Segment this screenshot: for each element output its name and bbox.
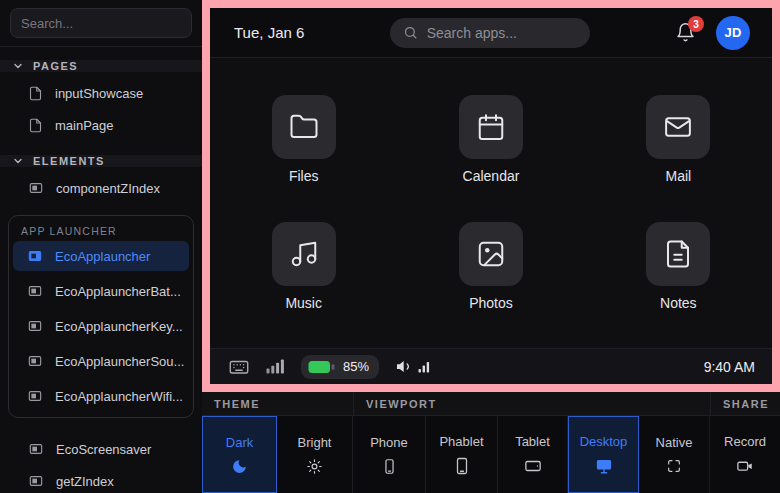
component-icon <box>28 180 44 196</box>
sidebar-item-label: getZIndex <box>56 474 114 489</box>
desktop-icon <box>595 457 613 475</box>
preview-stage: Tue, Jan 6 Search apps... 3 JD <box>202 0 780 392</box>
theme-bright-button[interactable]: Bright <box>277 416 353 493</box>
sidebar-item-label: inputShowcase <box>55 86 143 101</box>
sidebar-item-ecoapplaunchersou[interactable]: EcoApplauncherSou... <box>13 346 189 376</box>
sidebar-search-wrap <box>0 0 202 47</box>
viewport-phablet-button[interactable]: Phablet <box>426 416 498 493</box>
phablet-icon <box>453 457 471 475</box>
elements-items: componentZIndex <box>0 167 202 205</box>
toolbar-headers: THEME VIEWPORT SHARE <box>202 392 780 416</box>
component-icon <box>27 248 43 264</box>
topbar-right-cluster: 3 JD <box>675 16 750 50</box>
notification-badge: 3 <box>688 16 704 32</box>
share-record-button[interactable]: Record <box>710 416 780 493</box>
app-mail[interactable]: Mail <box>646 95 710 184</box>
component-icon <box>28 441 44 457</box>
folder-icon <box>289 112 319 142</box>
component-icon <box>28 473 44 489</box>
app-tile <box>272 95 336 159</box>
theme-dark-button[interactable]: Dark <box>202 416 277 493</box>
app-calendar[interactable]: Calendar <box>459 95 523 184</box>
page-icon <box>28 118 43 133</box>
viewport-desktop-button[interactable]: Desktop <box>568 416 639 493</box>
app-music[interactable]: Music <box>272 222 336 311</box>
launcher-statusbar: 85% 9:40 AM <box>210 348 772 384</box>
sidebar-item-ecoapplauncherkey[interactable]: EcoApplauncherKey... <box>13 311 189 341</box>
sidebar-item-ecoapplauncherwifi[interactable]: EcoApplauncherWifi... <box>13 381 189 411</box>
sidebar-search-input[interactable] <box>10 8 192 38</box>
chevron-down-icon <box>12 155 24 167</box>
sidebar-item-getzindex[interactable]: getZIndex <box>0 466 202 493</box>
app-files[interactable]: Files <box>272 95 336 184</box>
app-photos[interactable]: Photos <box>459 222 523 311</box>
sidebar-item-componentzindex[interactable]: componentZIndex <box>0 173 202 203</box>
launcher-topbar: Tue, Jan 6 Search apps... 3 JD <box>210 8 772 58</box>
app-grid: Files Calendar Mai <box>210 58 772 348</box>
button-label: Record <box>724 434 766 449</box>
group-label: APP LAUNCHER <box>13 220 189 241</box>
component-icon <box>27 353 43 369</box>
search-icon <box>403 25 418 40</box>
sidebar-item-label: mainPage <box>55 118 114 133</box>
app-label: Photos <box>469 295 513 311</box>
sidebar: PAGES inputShowcase mainPage ELEMENTS <box>0 0 202 493</box>
button-label: Phone <box>370 435 408 450</box>
app-label: Calendar <box>463 168 520 184</box>
keyboard-icon[interactable] <box>228 356 250 378</box>
button-label: Tablet <box>515 434 550 449</box>
sidebar-item-label: EcoApplauncherSou... <box>55 354 184 369</box>
share-group-header: SHARE <box>710 392 780 415</box>
mini-signal-icon <box>418 360 430 373</box>
viewport-native-button[interactable]: Native <box>639 416 710 493</box>
page-icon <box>28 86 43 101</box>
chevron-down-icon <box>12 60 24 72</box>
notes-icon <box>663 239 693 269</box>
photos-icon <box>476 239 506 269</box>
sidebar-section-pages[interactable]: PAGES <box>0 60 202 72</box>
app-label: Mail <box>665 168 691 184</box>
preview-column: Tue, Jan 6 Search apps... 3 JD <box>202 0 780 493</box>
avatar[interactable]: JD <box>716 16 750 50</box>
sidebar-item-label: EcoApplauncherBat... <box>55 284 181 299</box>
sidebar-item-ecoapplauncher[interactable]: EcoApplauncher <box>13 241 189 271</box>
dev-toolbar: THEME VIEWPORT SHARE Dark Bright <box>202 392 780 493</box>
app-tile <box>272 222 336 286</box>
sidebar-item-inputshowcase[interactable]: inputShowcase <box>0 78 202 108</box>
app-search-field[interactable]: Search apps... <box>390 18 590 48</box>
battery-icon <box>308 360 335 374</box>
sun-icon <box>306 458 323 475</box>
sidebar-tail-items: EcoScreensaver getZIndex <box>0 428 202 493</box>
music-icon <box>289 239 319 269</box>
app-notes[interactable]: Notes <box>646 222 710 311</box>
section-label: ELEMENTS <box>33 155 105 167</box>
viewport-phone-button[interactable]: Phone <box>353 416 426 493</box>
sidebar-item-mainpage[interactable]: mainPage <box>0 110 202 140</box>
volume-icon <box>395 357 414 376</box>
component-icon <box>27 388 43 404</box>
battery-indicator: 85% <box>301 355 379 379</box>
viewport-tablet-button[interactable]: Tablet <box>498 416 568 493</box>
sidebar-section-elements[interactable]: ELEMENTS <box>0 155 202 167</box>
button-label: Dark <box>226 435 253 450</box>
sidebar-item-ecoscreensaver[interactable]: EcoScreensaver <box>0 434 202 464</box>
viewport-group-header: VIEWPORT <box>353 392 710 415</box>
component-icon <box>27 283 43 299</box>
button-label: Bright <box>298 435 332 450</box>
pages-items: inputShowcase mainPage <box>0 72 202 142</box>
notifications-button[interactable]: 3 <box>675 22 696 43</box>
record-video-icon <box>736 457 754 475</box>
sidebar-item-label: componentZIndex <box>56 181 160 196</box>
section-label: PAGES <box>33 60 78 72</box>
sidebar-item-label: EcoApplauncherKey... <box>55 319 183 334</box>
moon-icon <box>231 458 248 475</box>
component-icon <box>27 318 43 334</box>
volume-cluster[interactable] <box>395 357 430 376</box>
app-label: Notes <box>660 295 697 311</box>
sidebar-item-ecoapplauncherbat[interactable]: EcoApplauncherBat... <box>13 276 189 306</box>
sidebar-item-label: EcoApplauncher <box>55 249 150 264</box>
app-launcher-group: APP LAUNCHER EcoApplauncher EcoApplaunch… <box>8 215 194 418</box>
app-label: Files <box>289 168 319 184</box>
app-search-placeholder: Search apps... <box>427 25 517 41</box>
calendar-icon <box>476 112 506 142</box>
